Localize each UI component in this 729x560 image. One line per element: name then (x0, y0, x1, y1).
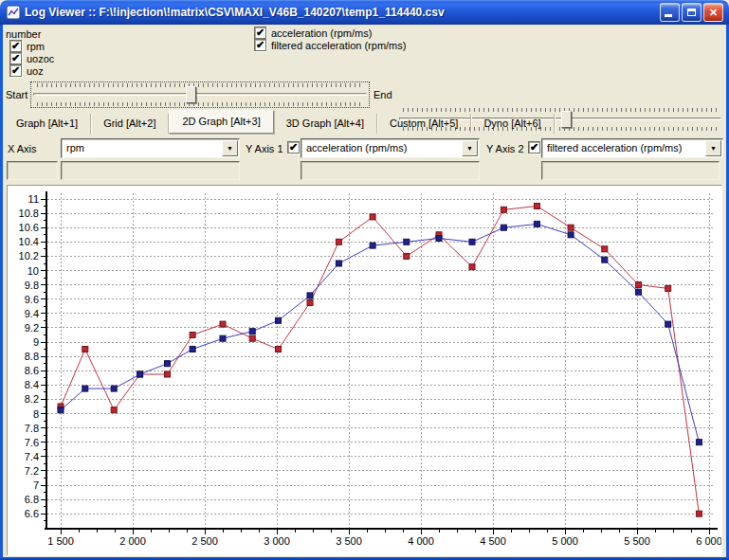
checkbox-uoz[interactable]: ✔ (9, 64, 22, 77)
data-point-filtered-acceleration-rpm-ms (276, 317, 282, 323)
app-chart-icon (6, 5, 21, 20)
data-point-filtered-acceleration-rpm-ms (111, 386, 117, 391)
x-tick-label: 5 500 (624, 535, 650, 547)
x-tick-label: 4 000 (408, 535, 434, 547)
y-axis1-combo-value: acceleration (rpm/ms) (306, 142, 407, 154)
data-point-filtered-acceleration-rpm-ms (165, 361, 171, 367)
data-point-filtered-acceleration-rpm-ms (58, 407, 64, 413)
y-axis2-combo[interactable]: filtered acceleration (rpm/ms) ▼ (541, 138, 723, 158)
maximize-icon (687, 9, 696, 16)
tab-dyno[interactable]: Dyno [Alt+6] (471, 114, 554, 134)
tab-3d-graph[interactable]: 3D Graph [Alt+4] (274, 114, 377, 134)
data-point-acceleration-rpm-ms (370, 214, 375, 220)
signal-label-number: number (6, 28, 41, 40)
y-axis2-checkbox[interactable]: ✔ (528, 141, 540, 154)
y-tick-label: 9.2 (25, 322, 39, 334)
data-point-filtered-acceleration-rpm-ms (602, 257, 608, 262)
data-point-acceleration-rpm-ms (190, 333, 195, 338)
signal-row-uozoc: ✔uozoc (4, 52, 54, 64)
data-point-filtered-acceleration-rpm-ms (436, 236, 442, 242)
checkbox-uozoc[interactable]: ✔ (9, 52, 22, 64)
x-tick-label: 1 500 (47, 535, 74, 547)
x-axis-combo[interactable]: rpm ▼ (61, 138, 240, 158)
signal-label-uozoc: uozoc (27, 53, 54, 64)
tab-custom[interactable]: Custom [Alt+5] (377, 114, 471, 134)
start-slider-thumb[interactable] (186, 86, 196, 103)
signal-list-left: number✔rpm✔uozoc✔uoz (4, 27, 54, 77)
signal-row-filtered-acceleration-rpm-ms: ✔filtered acceleration (rpm/ms) (248, 39, 406, 51)
data-point-acceleration-rpm-ms (111, 407, 117, 413)
y-tick-label: 7.2 (25, 465, 39, 477)
y-axis1-detail-field[interactable] (301, 161, 480, 180)
tab-2d-graph[interactable]: 2D Graph [Alt+3] (169, 110, 273, 134)
data-point-acceleration-rpm-ms (469, 264, 475, 270)
y-axis2-detail-field[interactable] (541, 161, 720, 180)
y-tick-label: 8.2 (25, 393, 39, 405)
data-point-acceleration-rpm-ms (404, 253, 410, 259)
data-point-acceleration-rpm-ms (501, 207, 506, 212)
data-point-acceleration-rpm-ms (307, 300, 313, 306)
data-point-filtered-acceleration-rpm-ms (696, 440, 702, 445)
y-tick-label: 6.6 (25, 508, 39, 519)
tab-grid[interactable]: Grid [Alt+2] (91, 114, 169, 134)
data-point-filtered-acceleration-rpm-ms (82, 386, 88, 391)
x-axis-detail-field[interactable] (61, 161, 240, 180)
close-icon: ✕ (709, 8, 718, 18)
signal-label-acceleration-rpm-ms: acceleration (rpm/ms) (271, 27, 372, 39)
minimize-button[interactable] (660, 3, 680, 22)
y-tick-label: 7.8 (25, 423, 39, 434)
y-axis2-combo-arrow-icon[interactable]: ▼ (705, 140, 721, 156)
tab-bar: Graph [Alt+1]Grid [Alt+2]2D Graph [Alt+3… (4, 110, 555, 134)
start-slider[interactable] (31, 82, 369, 107)
start-slider-channel[interactable] (33, 93, 367, 96)
y-tick-label: 8.8 (25, 351, 39, 362)
data-point-acceleration-rpm-ms (220, 321, 226, 327)
checkbox-acceleration-rpm-ms[interactable]: ✔ (254, 27, 266, 39)
x-axis-label: X Axis (8, 143, 37, 154)
data-point-acceleration-rpm-ms (636, 282, 642, 288)
y-tick-label: 9.4 (25, 308, 39, 319)
data-point-filtered-acceleration-rpm-ms (137, 371, 143, 377)
signal-row-uoz: ✔uoz (4, 64, 54, 77)
x-tick-label: 2 500 (191, 535, 218, 547)
data-point-filtered-acceleration-rpm-ms (568, 232, 574, 238)
y-tick-label: 10.4 (19, 236, 39, 247)
y-axis1-combo[interactable]: acceleration (rpm/ms) ▼ (301, 138, 480, 158)
signal-list-right: ✔acceleration (rpm/ms)✔filtered accelera… (248, 27, 406, 51)
chart-panel: 6.66.877.27.47.67.888.28.48.68.899.29.49… (7, 185, 722, 556)
close-button[interactable]: ✕ (703, 3, 723, 22)
data-point-filtered-acceleration-rpm-ms (404, 239, 410, 244)
y-tick-label: 10.2 (19, 250, 39, 262)
chart-plot: 6.66.877.27.47.67.888.28.48.68.899.29.49… (8, 186, 721, 555)
data-point-filtered-acceleration-rpm-ms (501, 225, 506, 230)
y-tick-label: 7.6 (25, 437, 39, 448)
tab-graph[interactable]: Graph [Alt+1] (4, 114, 91, 134)
data-point-acceleration-rpm-ms (336, 239, 341, 244)
checkbox-filtered-acceleration-rpm-ms[interactable]: ✔ (254, 39, 266, 51)
data-point-filtered-acceleration-rpm-ms (336, 261, 341, 266)
data-point-acceleration-rpm-ms (602, 246, 608, 252)
y-tick-label: 10.8 (19, 208, 39, 219)
y-tick-label: 9 (33, 336, 39, 348)
end-slider-thumb[interactable] (561, 111, 572, 128)
checkbox-rpm[interactable]: ✔ (9, 40, 22, 52)
end-label: End (374, 89, 392, 100)
maximize-button[interactable] (682, 3, 702, 22)
log-viewer-window: Log Viewer :: F:\!injection\!matrix\CSV\… (0, 0, 729, 560)
data-point-acceleration-rpm-ms (165, 371, 171, 377)
signal-label-rpm: rpm (27, 41, 45, 52)
data-point-filtered-acceleration-rpm-ms (220, 335, 226, 341)
y-tick-label: 8.4 (25, 379, 39, 390)
y-axis1-checkbox[interactable]: ✔ (287, 141, 300, 154)
x-axis-combo-arrow-icon[interactable]: ▼ (222, 140, 238, 156)
data-point-filtered-acceleration-rpm-ms (665, 321, 671, 327)
data-point-acceleration-rpm-ms (249, 335, 255, 341)
y-tick-label: 8 (33, 408, 39, 420)
data-point-acceleration-rpm-ms (696, 511, 702, 516)
x-axis-value-field[interactable] (7, 161, 58, 180)
data-point-filtered-acceleration-rpm-ms (307, 293, 313, 298)
data-point-filtered-acceleration-rpm-ms (249, 329, 255, 334)
data-point-filtered-acceleration-rpm-ms (469, 239, 475, 244)
y-axis1-combo-arrow-icon[interactable]: ▼ (462, 140, 478, 156)
window-title: Log Viewer :: F:\!injection\!matrix\CSV\… (25, 6, 660, 19)
